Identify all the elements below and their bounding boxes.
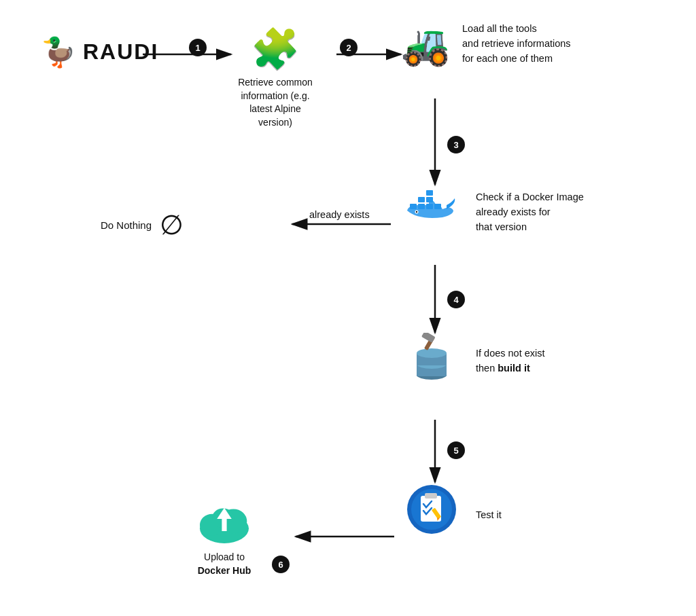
build-icon [404,333,459,387]
do-nothing-node: Do Nothing ∅ [101,209,184,240]
puzzle-node: 🧩 Retrieve commoninformation (e.g.latest… [231,26,319,129]
raudi-logo: 🦆 RAUDI [41,35,158,69]
build-description: If does not exist then build it [476,346,545,376]
cloud-upload-icon [194,496,255,547]
svg-point-9 [416,211,417,213]
svg-rect-5 [418,197,425,202]
upload-node: Upload to Docker Hub [194,496,255,577]
puzzle-icon: 🧩 [251,26,300,72]
badge-3: 3 [447,136,465,153]
docker-node [404,185,459,225]
upload-label: Upload to Docker Hub [198,551,251,577]
test-node [404,482,459,537]
test-description: Test it [476,508,502,523]
docker-icon [404,185,459,225]
test-icon [404,482,459,537]
forklift-description: Load all the tools and retrieve informat… [462,22,571,66]
svg-point-14 [417,348,447,358]
badge-1: 1 [189,39,207,56]
forklift-node: 🚜 [401,22,450,68]
puzzle-label: Retrieve commoninformation (e.g.latest A… [231,76,319,129]
already-exists-label: already exists [309,209,370,220]
badge-4: 4 [447,291,465,308]
forklift-icon: 🚜 [401,22,450,68]
badge-2: 2 [340,39,358,56]
arrows-svg [0,0,696,616]
badge-5: 5 [447,441,465,459]
diagram: 🦆 RAUDI 1 2 🧩 Retrieve commoninformation… [0,0,696,616]
svg-rect-20 [425,493,437,499]
duck-icon: 🦆 [41,35,76,69]
docker-description: Check if a Docker Image already exists f… [476,190,584,234]
svg-rect-7 [426,190,433,196]
raudi-title: RAUDI [83,39,158,65]
badge-6: 6 [272,556,290,573]
build-node [404,333,459,387]
